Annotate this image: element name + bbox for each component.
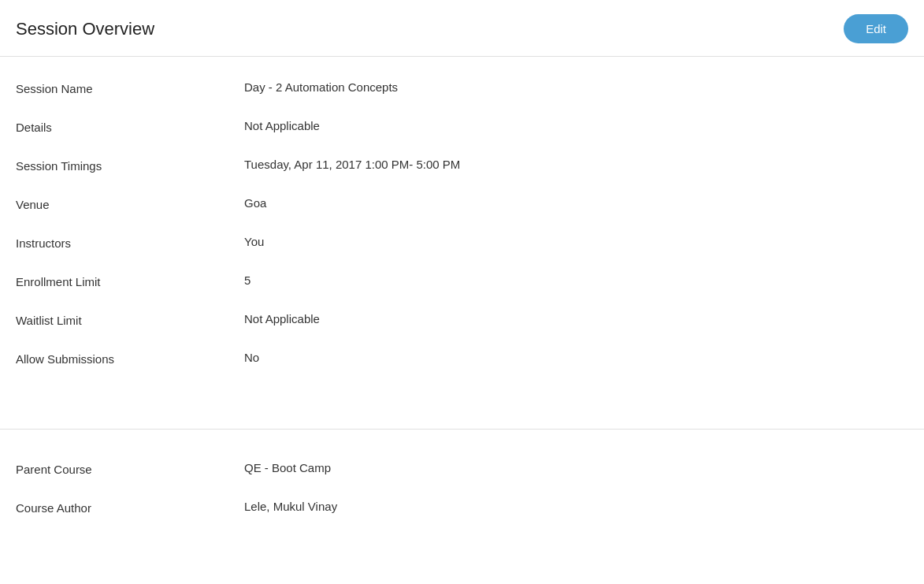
field-row: Session TimingsTuesday, Apr 11, 2017 1:0… [16, 158, 908, 173]
page-container: Session Overview Edit Session NameDay - … [0, 0, 924, 584]
field-value-allow-submissions: No [244, 351, 908, 364]
bottom-field-value-parent-course: QE - Boot Camp [244, 461, 908, 474]
bottom-field-label-parent-course: Parent Course [16, 461, 244, 476]
field-label-waitlist-limit: Waitlist Limit [16, 312, 244, 327]
field-label-enrollment-limit: Enrollment Limit [16, 273, 244, 288]
page-title: Session Overview [16, 19, 154, 39]
main-section: Session NameDay - 2 Automation ConceptsD… [0, 57, 924, 421]
field-value-session-name: Day - 2 Automation Concepts [244, 80, 908, 94]
header-section: Session Overview Edit [0, 0, 924, 57]
edit-button[interactable]: Edit [844, 14, 908, 43]
bottom-field-value-course-author: Lele, Mukul Vinay [244, 500, 908, 513]
field-label-session-timings: Session Timings [16, 158, 244, 173]
field-row: InstructorsYou [16, 235, 908, 250]
bottom-section: Parent CourseQE - Boot CampCourse Author… [0, 437, 924, 570]
field-value-session-timings: Tuesday, Apr 11, 2017 1:00 PM- 5:00 PM [244, 158, 908, 171]
field-value-waitlist-limit: Not Applicable [244, 312, 908, 325]
field-value-venue: Goa [244, 196, 908, 210]
field-label-session-name: Session Name [16, 80, 244, 95]
field-row: DetailsNot Applicable [16, 119, 908, 134]
bottom-field-label-course-author: Course Author [16, 500, 244, 515]
field-label-details: Details [16, 119, 244, 134]
bottom-field-row: Course AuthorLele, Mukul Vinay [16, 500, 908, 515]
field-value-enrollment-limit: 5 [244, 273, 908, 287]
section-divider [0, 429, 924, 430]
field-label-venue: Venue [16, 196, 244, 211]
field-value-instructors: You [244, 235, 908, 248]
field-row: Allow SubmissionsNo [16, 351, 908, 366]
bottom-field-row: Parent CourseQE - Boot Camp [16, 461, 908, 476]
field-label-allow-submissions: Allow Submissions [16, 351, 244, 366]
field-row: Session NameDay - 2 Automation Concepts [16, 80, 908, 95]
field-label-instructors: Instructors [16, 235, 244, 250]
field-value-details: Not Applicable [244, 119, 908, 132]
field-row: Enrollment Limit5 [16, 273, 908, 288]
field-row: Waitlist LimitNot Applicable [16, 312, 908, 327]
field-row: VenueGoa [16, 196, 908, 211]
